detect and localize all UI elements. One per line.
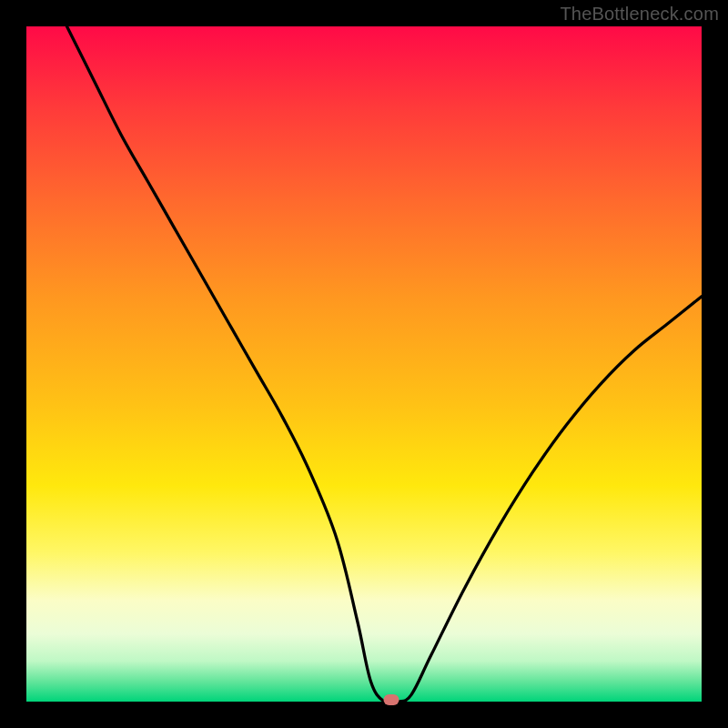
plot-area: [26, 26, 702, 702]
chart-root: TheBottleneck.com: [0, 0, 728, 728]
curve-svg: [26, 26, 702, 702]
optimum-marker: [383, 694, 399, 705]
watermark-text: TheBottleneck.com: [560, 4, 719, 25]
bottleneck-curve: [67, 26, 703, 702]
